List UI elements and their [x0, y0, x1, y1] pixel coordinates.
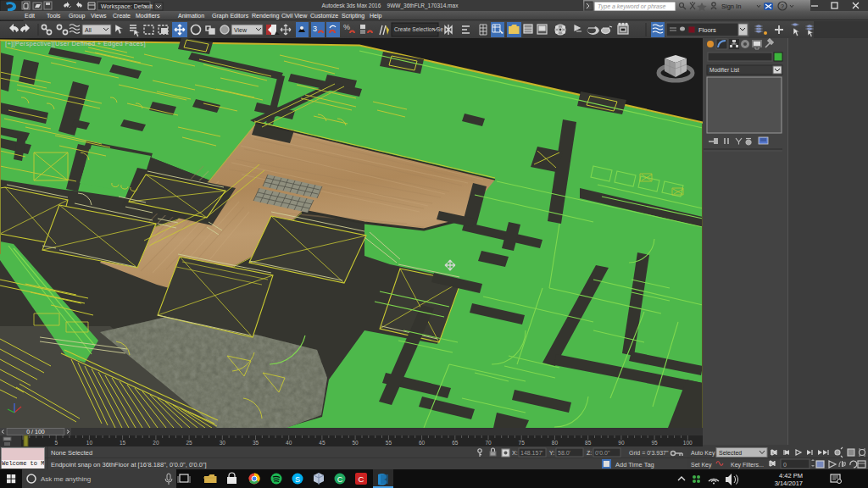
svg-text:All: All	[85, 27, 92, 33]
svg-text:85: 85	[585, 440, 592, 446]
svg-text:0: 0	[783, 462, 787, 468]
svg-text:Ask me anything: Ask me anything	[41, 475, 91, 483]
svg-text:Auto Key: Auto Key	[691, 450, 715, 457]
svg-text:Sign In: Sign In	[721, 3, 741, 10]
svg-text:60: 60	[419, 440, 426, 446]
svg-text:S: S	[295, 475, 300, 484]
svg-text:Modifier List: Modifier List	[709, 67, 739, 73]
svg-text:4:42 PM: 4:42 PM	[779, 472, 803, 480]
svg-text:95: 95	[651, 440, 658, 446]
svg-text:0'0.0": 0'0.0"	[595, 450, 610, 456]
svg-text:75: 75	[519, 440, 526, 446]
svg-text:15: 15	[120, 440, 126, 446]
svg-text:50: 50	[352, 440, 359, 446]
svg-text:Z:: Z:	[587, 450, 592, 456]
svg-text:0 / 100: 0 / 100	[26, 429, 45, 435]
svg-text:Selected: Selected	[719, 450, 742, 456]
svg-text:%: %	[343, 23, 350, 31]
svg-text:25: 25	[186, 440, 192, 446]
svg-text:30: 30	[220, 440, 226, 446]
svg-text:20: 20	[153, 440, 159, 446]
svg-text:35: 35	[253, 440, 259, 446]
svg-text:45: 45	[319, 440, 326, 446]
svg-text:58.0': 58.0'	[558, 450, 570, 456]
svg-text:C: C	[337, 475, 343, 484]
svg-text:Set Key: Set Key	[691, 462, 712, 469]
svg-text:80: 80	[552, 440, 559, 446]
svg-text:Floors: Floors	[698, 26, 716, 34]
svg-text:55: 55	[386, 440, 392, 446]
svg-text:65: 65	[452, 440, 459, 446]
svg-text:X:: X:	[512, 450, 518, 456]
svg-text:Add Time Tag: Add Time Tag	[615, 461, 654, 469]
svg-text:Workspace: Default: Workspace: Default	[101, 3, 153, 10]
svg-text:3/14/2017: 3/14/2017	[775, 480, 803, 487]
svg-text:Grid = 0'3.937": Grid = 0'3.937"	[629, 450, 669, 456]
svg-text:Y:: Y:	[549, 450, 554, 456]
svg-text:?: ?	[781, 3, 784, 9]
svg-text:70: 70	[485, 440, 492, 446]
svg-text:148.157': 148.157'	[520, 450, 543, 456]
svg-text:None Selected: None Selected	[51, 449, 92, 457]
svg-text:40: 40	[286, 440, 292, 446]
svg-text:Endpoint snap on 36thFloor at: Endpoint snap on 36thFloor at [16'8.188"…	[51, 461, 207, 469]
svg-text:5: 5	[54, 440, 58, 446]
svg-text:C: C	[359, 474, 364, 484]
svg-text:View: View	[234, 27, 248, 33]
svg-text:Type a keyword or phrase: Type a keyword or phrase	[598, 3, 666, 10]
svg-text:Key Filters...: Key Filters...	[731, 462, 764, 469]
svg-text:10: 10	[86, 440, 93, 446]
svg-text:90: 90	[618, 440, 625, 446]
svg-text:100: 100	[683, 440, 693, 446]
svg-text:3: 3	[313, 25, 317, 33]
